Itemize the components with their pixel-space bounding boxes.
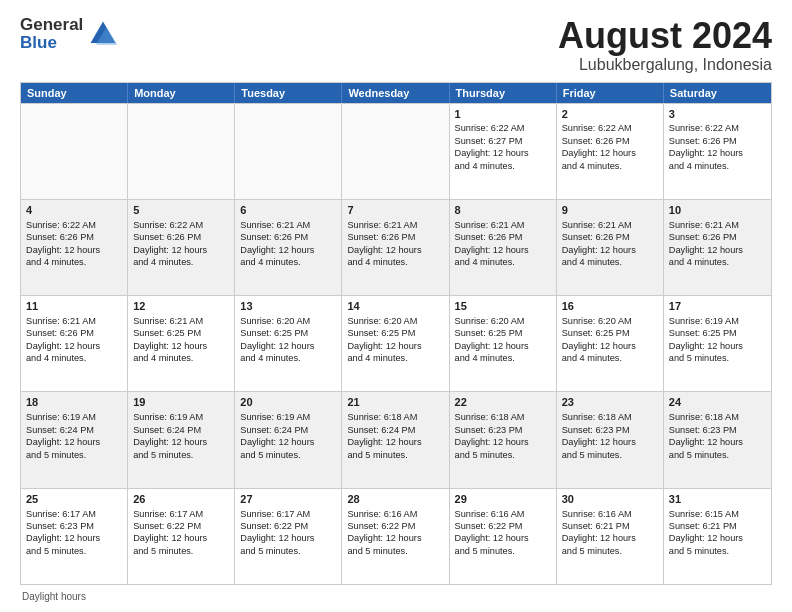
calendar-cell: 19Sunrise: 6:19 AM Sunset: 6:24 PM Dayli…: [128, 392, 235, 487]
calendar-cell: 6Sunrise: 6:21 AM Sunset: 6:26 PM Daylig…: [235, 200, 342, 295]
calendar-cell: 30Sunrise: 6:16 AM Sunset: 6:21 PM Dayli…: [557, 489, 664, 584]
day-info: Sunrise: 6:21 AM Sunset: 6:26 PM Dayligh…: [669, 219, 766, 269]
day-number: 9: [562, 203, 658, 218]
day-info: Sunrise: 6:20 AM Sunset: 6:25 PM Dayligh…: [240, 315, 336, 365]
day-number: 6: [240, 203, 336, 218]
day-info: Sunrise: 6:22 AM Sunset: 6:26 PM Dayligh…: [669, 122, 766, 172]
day-number: 2: [562, 107, 658, 122]
title-block: August 2024 Lubukbergalung, Indonesia: [558, 16, 772, 74]
day-number: 26: [133, 492, 229, 507]
header-tuesday: Tuesday: [235, 83, 342, 103]
day-info: Sunrise: 6:18 AM Sunset: 6:23 PM Dayligh…: [669, 411, 766, 461]
logo-line2: Blue: [20, 34, 83, 52]
day-number: 27: [240, 492, 336, 507]
day-number: 28: [347, 492, 443, 507]
calendar-cell: 5Sunrise: 6:22 AM Sunset: 6:26 PM Daylig…: [128, 200, 235, 295]
header-sunday: Sunday: [21, 83, 128, 103]
day-info: Sunrise: 6:20 AM Sunset: 6:25 PM Dayligh…: [562, 315, 658, 365]
day-info: Sunrise: 6:15 AM Sunset: 6:21 PM Dayligh…: [669, 508, 766, 558]
calendar-cell: 13Sunrise: 6:20 AM Sunset: 6:25 PM Dayli…: [235, 296, 342, 391]
day-info: Sunrise: 6:21 AM Sunset: 6:26 PM Dayligh…: [26, 315, 122, 365]
day-info: Sunrise: 6:18 AM Sunset: 6:23 PM Dayligh…: [562, 411, 658, 461]
calendar-cell: 16Sunrise: 6:20 AM Sunset: 6:25 PM Dayli…: [557, 296, 664, 391]
calendar-cell: 22Sunrise: 6:18 AM Sunset: 6:23 PM Dayli…: [450, 392, 557, 487]
day-number: 17: [669, 299, 766, 314]
day-info: Sunrise: 6:22 AM Sunset: 6:26 PM Dayligh…: [26, 219, 122, 269]
day-info: Sunrise: 6:20 AM Sunset: 6:25 PM Dayligh…: [455, 315, 551, 365]
day-info: Sunrise: 6:21 AM Sunset: 6:26 PM Dayligh…: [347, 219, 443, 269]
calendar: Sunday Monday Tuesday Wednesday Thursday…: [20, 82, 772, 585]
day-info: Sunrise: 6:18 AM Sunset: 6:23 PM Dayligh…: [455, 411, 551, 461]
logo-line1: General: [20, 16, 83, 34]
calendar-cell: 24Sunrise: 6:18 AM Sunset: 6:23 PM Dayli…: [664, 392, 771, 487]
day-number: 11: [26, 299, 122, 314]
day-number: 10: [669, 203, 766, 218]
day-info: Sunrise: 6:21 AM Sunset: 6:25 PM Dayligh…: [133, 315, 229, 365]
calendar-cell: 3Sunrise: 6:22 AM Sunset: 6:26 PM Daylig…: [664, 104, 771, 199]
calendar-cell: 4Sunrise: 6:22 AM Sunset: 6:26 PM Daylig…: [21, 200, 128, 295]
day-number: 29: [455, 492, 551, 507]
calendar-cell: 25Sunrise: 6:17 AM Sunset: 6:23 PM Dayli…: [21, 489, 128, 584]
day-info: Sunrise: 6:21 AM Sunset: 6:26 PM Dayligh…: [240, 219, 336, 269]
day-info: Sunrise: 6:22 AM Sunset: 6:26 PM Dayligh…: [133, 219, 229, 269]
day-number: 18: [26, 395, 122, 410]
day-info: Sunrise: 6:16 AM Sunset: 6:22 PM Dayligh…: [455, 508, 551, 558]
calendar-cell: 20Sunrise: 6:19 AM Sunset: 6:24 PM Dayli…: [235, 392, 342, 487]
day-info: Sunrise: 6:17 AM Sunset: 6:22 PM Dayligh…: [133, 508, 229, 558]
day-number: 15: [455, 299, 551, 314]
calendar-cell: 8Sunrise: 6:21 AM Sunset: 6:26 PM Daylig…: [450, 200, 557, 295]
day-info: Sunrise: 6:19 AM Sunset: 6:25 PM Dayligh…: [669, 315, 766, 365]
logo-icon: [87, 18, 119, 50]
calendar-cell: 29Sunrise: 6:16 AM Sunset: 6:22 PM Dayli…: [450, 489, 557, 584]
calendar-cell: [342, 104, 449, 199]
logo: General Blue: [20, 16, 119, 52]
day-number: 12: [133, 299, 229, 314]
day-info: Sunrise: 6:21 AM Sunset: 6:26 PM Dayligh…: [562, 219, 658, 269]
day-number: 23: [562, 395, 658, 410]
day-info: Sunrise: 6:16 AM Sunset: 6:21 PM Dayligh…: [562, 508, 658, 558]
page: General Blue August 2024 Lubukbergalung,…: [0, 0, 792, 612]
calendar-cell: [128, 104, 235, 199]
header-thursday: Thursday: [450, 83, 557, 103]
calendar-cell: 31Sunrise: 6:15 AM Sunset: 6:21 PM Dayli…: [664, 489, 771, 584]
calendar-week-2: 4Sunrise: 6:22 AM Sunset: 6:26 PM Daylig…: [21, 199, 771, 295]
day-info: Sunrise: 6:21 AM Sunset: 6:26 PM Dayligh…: [455, 219, 551, 269]
day-number: 1: [455, 107, 551, 122]
day-number: 25: [26, 492, 122, 507]
sub-title: Lubukbergalung, Indonesia: [558, 56, 772, 74]
main-title: August 2024: [558, 16, 772, 56]
day-number: 3: [669, 107, 766, 122]
day-info: Sunrise: 6:19 AM Sunset: 6:24 PM Dayligh…: [26, 411, 122, 461]
day-number: 31: [669, 492, 766, 507]
day-info: Sunrise: 6:19 AM Sunset: 6:24 PM Dayligh…: [240, 411, 336, 461]
calendar-week-5: 25Sunrise: 6:17 AM Sunset: 6:23 PM Dayli…: [21, 488, 771, 584]
header-friday: Friday: [557, 83, 664, 103]
day-number: 19: [133, 395, 229, 410]
day-info: Sunrise: 6:20 AM Sunset: 6:25 PM Dayligh…: [347, 315, 443, 365]
calendar-cell: 26Sunrise: 6:17 AM Sunset: 6:22 PM Dayli…: [128, 489, 235, 584]
day-number: 20: [240, 395, 336, 410]
day-number: 16: [562, 299, 658, 314]
day-info: Sunrise: 6:22 AM Sunset: 6:26 PM Dayligh…: [562, 122, 658, 172]
calendar-week-1: 1Sunrise: 6:22 AM Sunset: 6:27 PM Daylig…: [21, 103, 771, 199]
calendar-cell: 15Sunrise: 6:20 AM Sunset: 6:25 PM Dayli…: [450, 296, 557, 391]
day-info: Sunrise: 6:18 AM Sunset: 6:24 PM Dayligh…: [347, 411, 443, 461]
header-saturday: Saturday: [664, 83, 771, 103]
day-number: 8: [455, 203, 551, 218]
calendar-cell: 9Sunrise: 6:21 AM Sunset: 6:26 PM Daylig…: [557, 200, 664, 295]
day-info: Sunrise: 6:16 AM Sunset: 6:22 PM Dayligh…: [347, 508, 443, 558]
calendar-cell: [21, 104, 128, 199]
day-number: 13: [240, 299, 336, 314]
calendar-cell: 12Sunrise: 6:21 AM Sunset: 6:25 PM Dayli…: [128, 296, 235, 391]
day-number: 21: [347, 395, 443, 410]
day-number: 5: [133, 203, 229, 218]
header-wednesday: Wednesday: [342, 83, 449, 103]
day-info: Sunrise: 6:17 AM Sunset: 6:22 PM Dayligh…: [240, 508, 336, 558]
calendar-cell: 27Sunrise: 6:17 AM Sunset: 6:22 PM Dayli…: [235, 489, 342, 584]
calendar-cell: 21Sunrise: 6:18 AM Sunset: 6:24 PM Dayli…: [342, 392, 449, 487]
calendar-header: Sunday Monday Tuesday Wednesday Thursday…: [21, 83, 771, 103]
day-number: 22: [455, 395, 551, 410]
day-number: 30: [562, 492, 658, 507]
day-number: 7: [347, 203, 443, 218]
day-info: Sunrise: 6:17 AM Sunset: 6:23 PM Dayligh…: [26, 508, 122, 558]
